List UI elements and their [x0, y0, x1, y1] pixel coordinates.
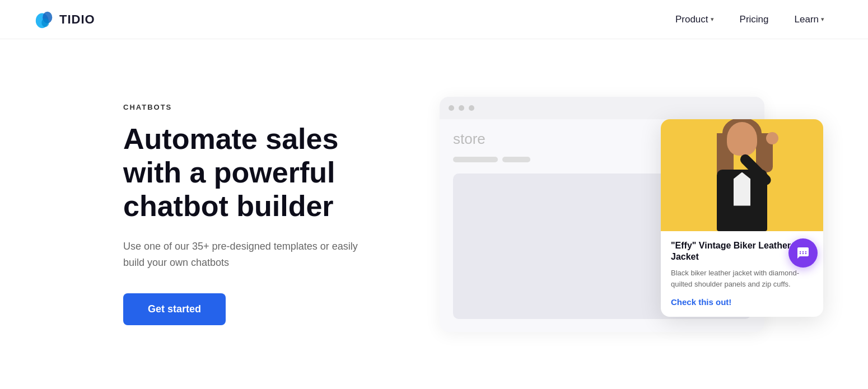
product-card: "Effy" Vintage Biker Leather Jacket Blac… — [661, 119, 823, 317]
hero-illustration: store — [392, 74, 812, 354]
main-nav: Product ▾ Pricing Learn ▾ — [665, 10, 834, 30]
shirt — [734, 172, 750, 206]
tidio-logo-icon — [34, 9, 55, 30]
learn-chevron-icon: ▾ — [821, 16, 824, 23]
chat-bubble-button[interactable] — [788, 238, 818, 268]
product-cta-link[interactable]: Check this out! — [671, 297, 813, 307]
product-chevron-icon: ▾ — [711, 16, 714, 23]
logo[interactable]: TIDIO — [34, 9, 95, 30]
browser-dot-3 — [469, 105, 474, 111]
header: TIDIO Product ▾ Pricing Learn ▾ — [0, 0, 868, 39]
product-description: Black biker leather jacket with diamond-… — [671, 268, 813, 289]
svg-point-2 — [41, 18, 49, 27]
category-label: CHATBOTS — [123, 103, 370, 111]
get-started-button[interactable]: Get started — [123, 293, 226, 325]
product-image — [661, 119, 823, 231]
hero-left: CHATBOTS Automate sales with a powerful … — [123, 103, 392, 325]
hero-title: Automate sales with a powerful chatbot b… — [123, 123, 370, 223]
chat-icon — [796, 246, 810, 260]
store-bar-2 — [502, 157, 530, 162]
hero-subtitle: Use one of our 35+ pre-designed template… — [123, 238, 370, 271]
nav-learn[interactable]: Learn ▾ — [785, 10, 834, 30]
store-bar-1 — [453, 157, 498, 162]
hand — [766, 132, 778, 144]
nav-pricing[interactable]: Pricing — [730, 10, 779, 30]
head — [727, 122, 757, 156]
logo-text: TIDIO — [59, 12, 95, 27]
person-figure — [703, 122, 781, 228]
browser-dot-2 — [459, 105, 464, 111]
browser-bar — [440, 97, 764, 119]
main-content: CHATBOTS Automate sales with a powerful … — [0, 39, 868, 389]
nav-product[interactable]: Product ▾ — [665, 10, 724, 30]
browser-dot-1 — [449, 105, 454, 111]
